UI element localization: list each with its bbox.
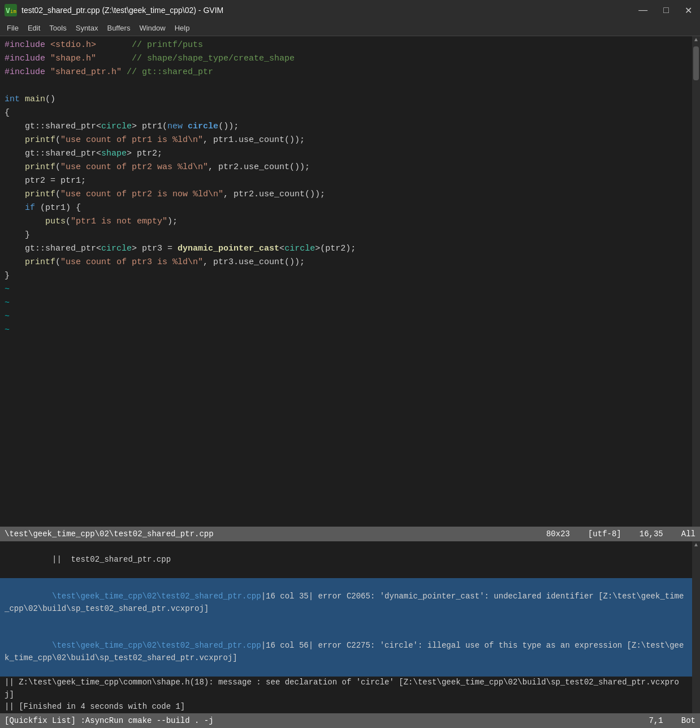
output-rows-container: || test02_shared_ptr.cpp \test\geek_time… <box>0 541 700 713</box>
menu-syntax[interactable]: Syntax <box>71 23 103 33</box>
bottom-statusbar: [Quickfix List] :AsyncRun cmake --build … <box>0 713 700 728</box>
statusbar-encoding: [utf-8] <box>588 529 621 539</box>
output-line-2[interactable]: \test\geek_time_cpp\02\test02_shared_ptr… <box>0 578 692 627</box>
statusbar-right: 80x23 [utf-8] 16,35 All <box>546 529 695 539</box>
output-line-1: || test02_shared_ptr.cpp <box>0 541 692 578</box>
output-error-link-2[interactable]: \test\geek_time_cpp\02\test02_shared_ptr… <box>52 641 261 650</box>
menu-file[interactable]: File <box>2 23 23 33</box>
output-line-4: || Z:\test\geek_time_cpp\common\shape.h(… <box>0 677 692 701</box>
output-panel: || test02_shared_ptr.cpp \test\geek_time… <box>0 541 700 713</box>
editor-container: #include <stdio.h> // printf/puts #inclu… <box>0 36 700 728</box>
output-scroll-up[interactable]: ▲ <box>692 541 700 549</box>
svg-text:im: im <box>10 8 16 14</box>
titlebar-controls: — □ ✕ <box>635 4 695 17</box>
output-error-link-1[interactable]: \test\geek_time_cpp\02\test02_shared_ptr… <box>52 592 261 601</box>
editor-scrollbar[interactable]: ▲ <box>692 36 700 527</box>
menu-buffers[interactable]: Buffers <box>102 23 135 33</box>
menubar: File Edit Tools Syntax Buffers Window He… <box>0 20 700 36</box>
menu-window[interactable]: Window <box>135 23 170 33</box>
scroll-up-arrow[interactable]: ▲ <box>692 36 700 44</box>
menu-edit[interactable]: Edit <box>23 23 45 33</box>
maximize-button[interactable]: □ <box>660 4 672 16</box>
statusbar-dimensions: 80x23 <box>546 529 570 539</box>
titlebar-title: test02_shared_ptr.cpp (Z:\test\geek_time… <box>21 6 223 15</box>
output-rows: || test02_shared_ptr.cpp \test\geek_time… <box>0 541 692 713</box>
bottom-statusbar-position: 7,1 <box>649 716 663 725</box>
bottom-statusbar-label: [Quickfix List] :AsyncRun cmake --build … <box>5 716 214 725</box>
editor-statusbar: \test\geek_time_cpp\02\test02_shared_ptr… <box>0 527 700 541</box>
code-area[interactable]: #include <stdio.h> // printf/puts #inclu… <box>0 36 700 527</box>
output-line-3[interactable]: \test\geek_time_cpp\02\test02_shared_ptr… <box>0 627 692 677</box>
code-content[interactable]: #include <stdio.h> // printf/puts #inclu… <box>0 36 692 527</box>
app-icon: V im <box>5 4 17 16</box>
statusbar-filepath: \test\geek_time_cpp\02\test02_shared_ptr… <box>5 529 214 539</box>
minimize-button[interactable]: — <box>635 4 651 16</box>
menu-help[interactable]: Help <box>170 23 195 33</box>
output-scrollbar[interactable]: ▲ <box>692 541 700 713</box>
statusbar-position: 16,35 <box>639 529 663 539</box>
menu-tools[interactable]: Tools <box>45 23 71 33</box>
svg-text:V: V <box>6 6 10 15</box>
titlebar: V im test02_shared_ptr.cpp (Z:\test\geek… <box>0 0 700 20</box>
bottom-statusbar-right: 7,1 Bot <box>649 716 695 725</box>
statusbar-scroll: All <box>681 529 695 539</box>
scroll-thumb[interactable] <box>693 46 699 80</box>
output-line-5: || [Finished in 4 seconds with code 1] <box>0 701 692 713</box>
bottom-statusbar-scroll: Bot <box>681 716 695 725</box>
close-button[interactable]: ✕ <box>681 4 695 17</box>
titlebar-left: V im test02_shared_ptr.cpp (Z:\test\geek… <box>5 4 223 16</box>
